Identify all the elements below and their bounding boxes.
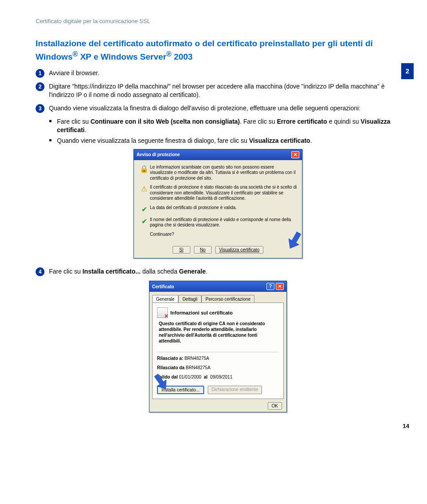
dialog-body: 🔒 Le informazioni scambiate con questo s… — [134, 160, 302, 244]
valid-row: Valido dal 01/01/2000 al 09/09/2011 — [157, 375, 279, 379]
certificate-error-icon — [157, 307, 168, 318]
check-icon: ✔ — [138, 217, 150, 226]
ok-button[interactable]: OK — [268, 402, 282, 410]
view-certificate-button[interactable]: Visualizza certificato — [215, 246, 263, 254]
close-icon[interactable]: ✕ — [291, 151, 299, 158]
dialog-title: Avviso di protezione — [137, 152, 180, 157]
step-text: Digitare "https://indirizzo IP della mac… — [49, 82, 400, 100]
tab-panel-general: Informazioni sul certificato Questo cert… — [152, 302, 284, 399]
step-number: 1 — [36, 69, 44, 78]
chapter-tab: 2 — [401, 63, 414, 79]
step-4: 4 Fare clic su Installa certificato... d… — [36, 267, 400, 276]
certificate-dialog-wrap: Certificato ? ✕ Generale Dettagli Percor… — [36, 281, 400, 412]
section-title: Installazione del certificato autofirmat… — [36, 38, 400, 63]
alert-continue: Continuare? — [150, 232, 298, 238]
step-3: 3 Quando viene visualizzata la finestra … — [36, 104, 400, 113]
alert-row-date: La data del certificato di protezione è … — [150, 205, 298, 211]
titlebar: Avviso di protezione ✕ — [134, 149, 302, 160]
alert-row-untrusted: Il certificato di protezione è stato ril… — [150, 185, 298, 202]
warning-icon: ⚠ — [138, 185, 150, 193]
page-number: 14 — [403, 423, 409, 429]
cert-info-title: Informazioni sul certificato — [170, 310, 233, 315]
help-icon[interactable]: ? — [266, 283, 274, 290]
security-alert-wrap: Avviso di protezione ✕ 🔒 Le informazioni… — [36, 149, 400, 259]
issued-by-row: Rilasciato da BRN48275A — [157, 365, 279, 370]
titlebar: Certificato ? ✕ — [149, 281, 286, 292]
tab-strip: Generale Dettagli Percorso certificazion… — [149, 292, 286, 302]
dialog-title: Certificato — [152, 284, 174, 289]
issued-to-row: Rilasciato a: BRN48275A — [157, 356, 279, 361]
step-text: Avviare il browser. — [49, 69, 400, 78]
tab-general[interactable]: Generale — [152, 295, 178, 303]
alert-row-name: Il nome del certificato di protezione è … — [150, 217, 298, 228]
title-part: XP e Windows Server — [78, 52, 166, 61]
certificate-dialog: Certificato ? ✕ Generale Dettagli Percor… — [149, 281, 287, 412]
title-part: 2003 — [172, 52, 193, 61]
step-number: 2 — [36, 82, 44, 91]
step-2: 2 Digitare "https://indirizzo IP della m… — [36, 82, 400, 100]
step-number: 4 — [36, 267, 44, 276]
bullet-list: Fare clic su Continuare con il sito Web … — [49, 117, 400, 145]
step-text: Quando viene visualizzata la finestra di… — [49, 104, 400, 113]
step-text: Fare clic su Installa certificato... dal… — [49, 267, 400, 276]
tab-details[interactable]: Dettagli — [178, 295, 201, 303]
bullet-item: Quando viene visualizzata la seguente fi… — [49, 137, 400, 145]
bullet-item: Fare clic su Continuare con il sito Web … — [49, 117, 400, 135]
security-alert-dialog: Avviso di protezione ✕ 🔒 Le informazioni… — [133, 149, 302, 259]
issuer-statement-button: Dichiarazione emittente — [208, 386, 262, 394]
yes-button[interactable]: Sì — [173, 246, 190, 254]
check-icon: ✔ — [138, 205, 150, 214]
sup: ® — [166, 50, 172, 58]
lock-icon: 🔒 — [138, 165, 150, 173]
sup: ® — [73, 50, 78, 58]
close-icon[interactable]: ✕ — [276, 283, 284, 290]
no-button[interactable]: No — [194, 246, 212, 254]
step-1: 1 Avviare il browser. — [36, 69, 400, 78]
step-number: 3 — [36, 104, 44, 113]
cert-info-body: Questo certificato di origine CA non è c… — [157, 321, 279, 348]
running-header: Certificato digitale per la comunicazion… — [36, 18, 400, 24]
alert-intro: Le informazioni scambiate con questo sit… — [150, 165, 298, 181]
tab-cert-path[interactable]: Percorso certificazione — [201, 295, 254, 303]
